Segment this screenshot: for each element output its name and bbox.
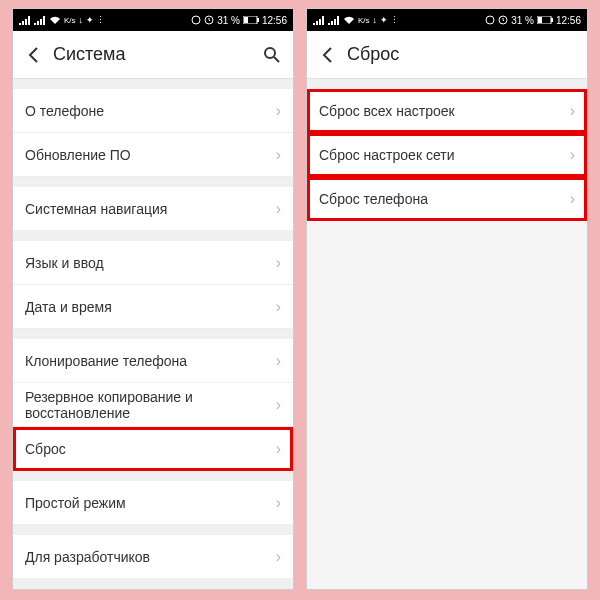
list-item-label: Клонирование телефона: [25, 353, 187, 369]
list-item[interactable]: Язык и ввод›: [13, 241, 293, 285]
list-item[interactable]: Сброс всех настроек›: [307, 89, 587, 133]
back-button[interactable]: [23, 46, 45, 64]
chevron-right-icon: ›: [276, 146, 281, 164]
status-bar: K/s ↓ ✦ ⋮ 31 % 12:56: [13, 9, 293, 31]
list-item-label: Сброс всех настроек: [319, 103, 455, 119]
status-icons: ↓ ✦ ⋮: [79, 15, 106, 25]
back-button[interactable]: [317, 46, 339, 64]
list-item[interactable]: Для разработчиков›: [13, 535, 293, 579]
chevron-right-icon: ›: [276, 440, 281, 458]
phone-right: K/s ↓ ✦ ⋮ 31 % 12:56 Сброс Сброс всех на…: [306, 8, 588, 590]
chevron-right-icon: ›: [276, 548, 281, 566]
signal-icon: [34, 15, 46, 25]
chevron-right-icon: ›: [276, 102, 281, 120]
list-item[interactable]: Сброс настроек сети›: [307, 133, 587, 177]
svg-rect-9: [538, 17, 542, 23]
list-item[interactable]: Дата и время›: [13, 285, 293, 329]
svg-point-0: [192, 16, 200, 24]
chevron-right-icon: ›: [570, 102, 575, 120]
alarm-icon: [204, 15, 214, 25]
chevron-right-icon: ›: [570, 146, 575, 164]
list-item[interactable]: Обновление ПО›: [13, 133, 293, 177]
chevron-right-icon: ›: [276, 494, 281, 512]
signal-icon: [313, 15, 325, 25]
chevron-right-icon: ›: [276, 200, 281, 218]
chevron-right-icon: ›: [570, 190, 575, 208]
svg-rect-10: [551, 18, 553, 22]
battery-percent: 31 %: [511, 15, 534, 26]
clock: 12:56: [262, 15, 287, 26]
page-title: Сброс: [339, 44, 577, 65]
svg-rect-4: [257, 18, 259, 22]
list-item-label: О телефоне: [25, 103, 104, 119]
settings-list: О телефоне›Обновление ПО›Системная навиг…: [13, 79, 293, 589]
app-bar: Сброс: [307, 31, 587, 79]
svg-point-6: [486, 16, 494, 24]
search-button[interactable]: [261, 46, 283, 64]
alarm-icon: [498, 15, 508, 25]
nfc-icon: [485, 15, 495, 25]
nfc-icon: [191, 15, 201, 25]
chevron-right-icon: ›: [276, 352, 281, 370]
status-icons: ↓ ✦ ⋮: [373, 15, 400, 25]
arrow-left-icon: [319, 46, 337, 64]
list-item-label: Сброс: [25, 441, 66, 457]
list-item-label: Сброс телефона: [319, 191, 428, 207]
chevron-right-icon: ›: [276, 396, 281, 414]
list-item[interactable]: Сброс›: [13, 427, 293, 471]
signal-icon: [328, 15, 340, 25]
list-item-label: Сброс настроек сети: [319, 147, 454, 163]
arrow-left-icon: [25, 46, 43, 64]
list-item[interactable]: Резервное копирование и восстановление›: [13, 383, 293, 427]
list-item-label: Системная навигация: [25, 201, 167, 217]
reset-list: Сброс всех настроек›Сброс настроек сети›…: [307, 79, 587, 589]
list-item-label: Простой режим: [25, 495, 126, 511]
chevron-right-icon: ›: [276, 298, 281, 316]
wifi-icon: [49, 15, 61, 25]
list-item-label: Обновление ПО: [25, 147, 131, 163]
wifi-icon: [343, 15, 355, 25]
list-item[interactable]: Системная навигация›: [13, 187, 293, 231]
chevron-right-icon: ›: [276, 254, 281, 272]
list-item[interactable]: Простой режим›: [13, 481, 293, 525]
search-icon: [263, 46, 281, 64]
clock: 12:56: [556, 15, 581, 26]
list-item[interactable]: О телефоне›: [13, 89, 293, 133]
page-title: Система: [45, 44, 261, 65]
list-item-label: Язык и ввод: [25, 255, 104, 271]
list-item-label: Резервное копирование и восстановление: [25, 389, 276, 421]
battery-icon: [537, 16, 553, 24]
battery-icon: [243, 16, 259, 24]
status-text: K/s: [64, 16, 76, 25]
status-text: K/s: [358, 16, 370, 25]
phone-left: K/s ↓ ✦ ⋮ 31 % 12:56 Система О телефоне›…: [12, 8, 294, 590]
signal-icon: [19, 15, 31, 25]
list-item[interactable]: Сброс телефона›: [307, 177, 587, 221]
list-item[interactable]: Клонирование телефона›: [13, 339, 293, 383]
status-bar: K/s ↓ ✦ ⋮ 31 % 12:56: [307, 9, 587, 31]
list-item-label: Для разработчиков: [25, 549, 150, 565]
svg-point-5: [265, 48, 275, 58]
app-bar: Система: [13, 31, 293, 79]
battery-percent: 31 %: [217, 15, 240, 26]
svg-rect-3: [244, 17, 248, 23]
list-item-label: Дата и время: [25, 299, 112, 315]
